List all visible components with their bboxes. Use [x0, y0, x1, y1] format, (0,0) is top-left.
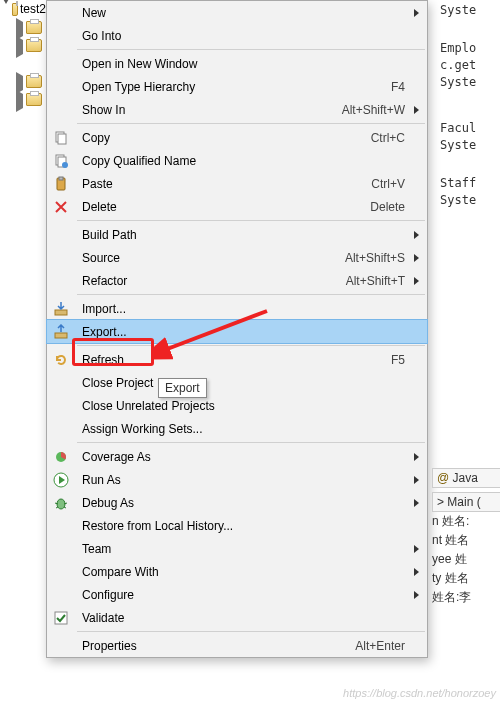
console-line: nt 姓名 [432, 531, 500, 550]
blank-icon [47, 246, 75, 269]
code-bg-2: Emplo c.get Syste [440, 40, 500, 91]
menu-item-shortcut: F5 [391, 353, 427, 367]
blank-icon [47, 75, 75, 98]
blank-icon [47, 269, 75, 292]
folder-icon [26, 21, 42, 34]
menu-item-label: Restore from Local History... [76, 519, 427, 533]
copyq-icon [47, 149, 75, 172]
blank-icon [47, 371, 75, 394]
blank-icon [47, 583, 75, 606]
chevron-right-icon[interactable] [14, 22, 24, 32]
menu-item-debug-as[interactable]: Debug As [47, 491, 427, 514]
blank-icon [47, 1, 75, 24]
menu-item-label: Paste [76, 177, 371, 191]
folder-icon [26, 39, 42, 52]
console-line: 姓名:李 [432, 588, 500, 607]
code-bg-1: Syste [440, 2, 500, 19]
menu-item-paste[interactable]: PasteCtrl+V [47, 172, 427, 195]
menu-item-restore-from-local-history[interactable]: Restore from Local History... [47, 514, 427, 537]
context-menu: NewGo IntoOpen in New WindowOpen Type Hi… [46, 0, 428, 658]
menu-item-label: Delete [76, 200, 370, 214]
menu-item-label: Compare With [76, 565, 427, 579]
menu-item-label: Close Unrelated Projects [76, 399, 427, 413]
menu-separator [77, 442, 425, 443]
svg-rect-8 [55, 333, 67, 338]
menu-item-label: Refresh [76, 353, 391, 367]
menu-item-label: Coverage As [76, 450, 427, 464]
menu-item-source[interactable]: SourceAlt+Shift+S [47, 246, 427, 269]
menu-item-properties[interactable]: PropertiesAlt+Enter [47, 634, 427, 657]
menu-item-label: Assign Working Sets... [76, 422, 427, 436]
menu-item-label: Build Path [76, 228, 427, 242]
menu-item-shortcut: Delete [370, 200, 427, 214]
menu-item-label: New [76, 6, 427, 20]
validate-icon [47, 606, 75, 629]
menu-item-close-project[interactable]: Close Project [47, 371, 427, 394]
menu-item-label: Validate [76, 611, 427, 625]
svg-rect-6 [59, 177, 63, 180]
main-entry[interactable]: > Main ( [432, 492, 500, 512]
menu-separator [77, 294, 425, 295]
menu-item-label: Properties [76, 639, 355, 653]
menu-separator [77, 220, 425, 221]
menu-separator [77, 49, 425, 50]
menu-separator [77, 123, 425, 124]
blank-icon [47, 52, 75, 75]
menu-item-copy-qualified-name[interactable]: Copy Qualified Name [47, 149, 427, 172]
menu-item-refactor[interactable]: RefactorAlt+Shift+T [47, 269, 427, 292]
menu-item-delete[interactable]: DeleteDelete [47, 195, 427, 218]
blank-icon [47, 560, 75, 583]
menu-item-label: Open Type Hierarchy [76, 80, 391, 94]
menu-item-copy[interactable]: CopyCtrl+C [47, 126, 427, 149]
code-bg-4: Staff Syste [440, 175, 500, 209]
menu-item-label: Team [76, 542, 427, 556]
right-panel: @ Java > Main ( n 姓名: nt 姓名 yee 姓 ty 姓名 … [432, 468, 500, 607]
menu-item-import[interactable]: Import... [47, 297, 427, 320]
menu-item-shortcut: Alt+Shift+S [345, 251, 427, 265]
menu-item-go-into[interactable]: Go Into [47, 24, 427, 47]
chevron-right-icon[interactable] [14, 94, 24, 104]
menu-item-shortcut: Ctrl+V [371, 177, 427, 191]
chevron-right-icon[interactable] [14, 76, 24, 86]
menu-item-shortcut: F4 [391, 80, 427, 94]
menu-item-build-path[interactable]: Build Path [47, 223, 427, 246]
menu-separator [77, 631, 425, 632]
menu-item-open-in-new-window[interactable]: Open in New Window [47, 52, 427, 75]
menu-item-open-type-hierarchy[interactable]: Open Type HierarchyF4 [47, 75, 427, 98]
menu-item-label: Configure [76, 588, 427, 602]
menu-item-assign-working-sets[interactable]: Assign Working Sets... [47, 417, 427, 440]
menu-item-configure[interactable]: Configure [47, 583, 427, 606]
menu-item-label: Source [76, 251, 345, 265]
menu-item-close-unrelated-projects[interactable]: Close Unrelated Projects [47, 394, 427, 417]
menu-item-coverage-as[interactable]: Coverage As [47, 445, 427, 468]
console-line: yee 姓 [432, 550, 500, 569]
menu-item-team[interactable]: Team [47, 537, 427, 560]
chevron-right-icon[interactable] [14, 40, 24, 50]
menu-item-validate[interactable]: Validate [47, 606, 427, 629]
chevron-down-icon[interactable] [2, 4, 10, 14]
menu-item-run-as[interactable]: Run As [47, 468, 427, 491]
svg-rect-7 [55, 310, 67, 315]
menu-item-compare-with[interactable]: Compare With [47, 560, 427, 583]
blank-icon [47, 537, 75, 560]
tooltip: Export [158, 378, 207, 398]
svg-rect-1 [58, 134, 66, 144]
menu-item-label: Go Into [76, 29, 427, 43]
project-tree[interactable]: test2 [0, 0, 46, 200]
blank-icon [47, 394, 75, 417]
menu-item-export[interactable]: Export... [47, 320, 427, 343]
blank-icon [47, 24, 75, 47]
paste-icon [47, 172, 75, 195]
tree-root-label[interactable]: test2 [20, 2, 46, 16]
menu-item-new[interactable]: New [47, 1, 427, 24]
menu-separator [77, 345, 425, 346]
delete-icon [47, 195, 75, 218]
menu-item-show-in[interactable]: Show InAlt+Shift+W [47, 98, 427, 121]
java-tag[interactable]: @ Java [432, 468, 500, 488]
menu-item-refresh[interactable]: RefreshF5 [47, 348, 427, 371]
blank-icon [47, 223, 75, 246]
code-bg-3: Facul Syste [440, 120, 500, 154]
blank-icon [47, 634, 75, 657]
menu-item-label: Export... [76, 325, 427, 339]
run-icon [47, 468, 75, 491]
